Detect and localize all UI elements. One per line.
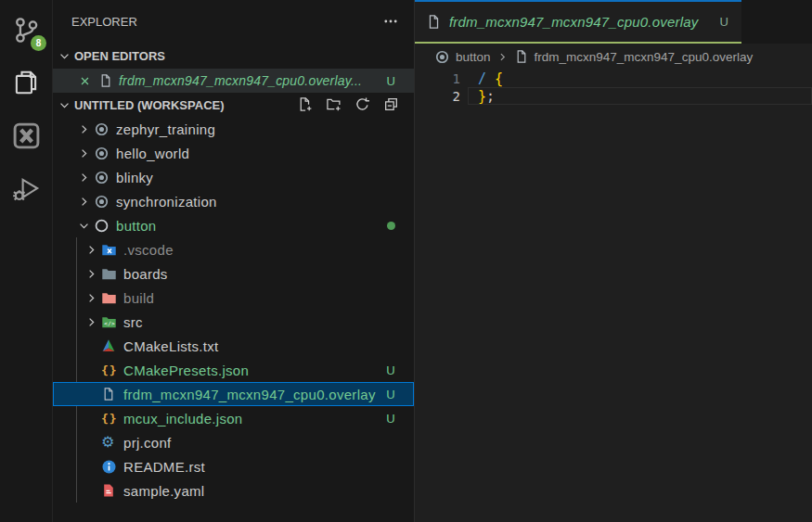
tree-item-label: synchronization xyxy=(116,194,217,210)
tree-item-label: frdm_mcxn947_mcxn947_cpu0.overlay xyxy=(123,387,376,402)
workspace-header[interactable]: UNTITLED (WORKSPACE) xyxy=(53,93,414,117)
tree-item-cmakelists-txt[interactable]: CMakeLists.txt xyxy=(53,334,414,358)
new-folder-icon[interactable] xyxy=(325,95,342,112)
root-folder-icon xyxy=(94,121,114,137)
chevron-down-icon[interactable] xyxy=(77,218,94,233)
root-folder-icon xyxy=(94,194,114,210)
chevron-right-icon[interactable] xyxy=(84,242,101,257)
chevron-right-icon[interactable] xyxy=(84,290,101,305)
file-tree: zephyr_traininghello_worldblinkysynchron… xyxy=(53,117,414,522)
yaml-icon xyxy=(101,483,122,499)
tree-item-cmakepresets-json[interactable]: {}CMakePresets.jsonU xyxy=(53,358,414,382)
tree-item-label: prj.conf xyxy=(123,435,172,451)
workspace-actions xyxy=(296,95,399,112)
tree-item-label: CMakePresets.json xyxy=(123,363,249,378)
twisty-spacer xyxy=(84,459,101,474)
chevron-right-icon[interactable] xyxy=(77,146,94,160)
cmake-icon xyxy=(101,338,122,354)
open-editors-label: OPEN EDITORS xyxy=(74,49,165,63)
tab-modified-badge: U xyxy=(720,15,728,29)
chevron-right-icon[interactable] xyxy=(77,121,94,136)
active-project-dot xyxy=(387,222,395,230)
collapse-all-icon[interactable] xyxy=(382,95,399,112)
root-folder-icon xyxy=(434,49,450,65)
chevron-right-icon[interactable] xyxy=(77,170,94,185)
file-icon xyxy=(101,387,122,402)
chevron-right-icon[interactable] xyxy=(84,266,101,281)
chevron-right-icon xyxy=(496,51,509,63)
tab-title: frdm_mcxn947_mcxn947_cpu0.overlay xyxy=(449,14,698,30)
tree-item-label: boards xyxy=(123,266,168,282)
chevron-right-icon[interactable] xyxy=(84,314,101,329)
twisty-spacer xyxy=(84,483,101,498)
tab-frdm-overlay[interactable]: frdm_mcxn947_mcxn947_cpu0.overlay U xyxy=(415,0,741,44)
json-icon: {} xyxy=(101,363,122,378)
tree-item-label: src xyxy=(123,314,143,330)
open-editors-header[interactable]: OPEN EDITORS xyxy=(53,43,414,69)
tree-item-zephyr-training[interactable]: zephyr_training xyxy=(53,117,414,141)
tree-item-label: hello_world xyxy=(116,146,189,161)
code-line-2[interactable]: 2}; xyxy=(415,87,812,105)
chevron-right-icon[interactable] xyxy=(77,194,94,209)
tree-item-mcux-include-json[interactable]: {}mcux_include.jsonU xyxy=(53,406,414,430)
tree-item-prj-conf[interactable]: ⚙prj.conf xyxy=(53,430,414,454)
tree-item-src[interactable]: </>src xyxy=(53,310,414,334)
breadcrumb-file[interactable]: frdm_mcxn947_mcxn947_cpu0.overlay xyxy=(535,50,754,64)
tree-item-label: sample.yaml xyxy=(123,483,205,499)
folder-vscode-icon xyxy=(101,242,122,258)
tree-item-button[interactable]: button xyxy=(53,213,414,237)
tree-item-label: zephyr_training xyxy=(116,121,215,137)
open-editor-item[interactable]: frdm_mcxn947_mcxn947_cpu0.overlay... U xyxy=(53,69,414,93)
editor-area: frdm_mcxn947_mcxn947_cpu0.overlay U butt… xyxy=(415,0,812,522)
git-status-badge: U xyxy=(386,363,395,377)
root-folder-icon xyxy=(94,170,114,185)
run-debug-button[interactable] xyxy=(9,173,43,207)
open-editor-label: frdm_mcxn947_mcxn947_cpu0.overlay... xyxy=(119,73,362,88)
tree-item-blinky[interactable]: blinky xyxy=(53,165,414,189)
tree-item-readme-rst[interactable]: README.rst xyxy=(53,454,414,478)
mcuxpresso-button[interactable] xyxy=(9,121,43,154)
close-icon[interactable] xyxy=(78,73,93,88)
tree-item-label: build xyxy=(123,290,154,306)
gear-icon: ⚙ xyxy=(101,435,122,451)
tree-item-label: .vscode xyxy=(123,242,174,258)
more-actions-icon[interactable] xyxy=(382,13,399,32)
tree-item-label: CMakeLists.txt xyxy=(123,338,219,354)
info-icon xyxy=(101,459,122,475)
tree-item-label: mcux_include.json xyxy=(123,411,243,427)
tree-item-boards[interactable]: boards xyxy=(53,261,414,286)
pages-button[interactable] xyxy=(9,68,43,101)
breadcrumb: button frdm_mcxn947_mcxn947_cpu0.overlay xyxy=(415,44,812,70)
tree-item-hello-world[interactable]: hello_world xyxy=(53,141,414,165)
tree-item-frdm-mcxn947-mcxn947-cpu0-overlay[interactable]: frdm_mcxn947_mcxn947_cpu0.overlayU xyxy=(53,382,414,406)
refresh-icon[interactable] xyxy=(354,95,370,112)
tree-item-vscode[interactable]: .vscode xyxy=(53,237,414,261)
code-editor[interactable]: 1/ {2}; xyxy=(415,70,812,522)
new-file-icon[interactable] xyxy=(296,95,313,112)
tree-item-label: button xyxy=(116,218,157,234)
run-debug-icon xyxy=(12,174,41,207)
sidebar-title: EXPLORER xyxy=(71,15,137,29)
pages-icon xyxy=(12,69,40,100)
root-folder-icon xyxy=(94,146,114,161)
file-icon xyxy=(426,14,443,30)
source-control-button[interactable]: 8 xyxy=(9,15,43,48)
chevron-down-icon xyxy=(57,97,71,112)
code-line-1[interactable]: 1/ { xyxy=(415,70,812,87)
line-number: 1 xyxy=(415,71,460,86)
tab-bar: frdm_mcxn947_mcxn947_cpu0.overlay U xyxy=(415,0,812,44)
file-icon xyxy=(98,73,117,88)
explorer-sidebar: EXPLORER OPEN EDITORS frdm_mcxn947_mcxn9… xyxy=(53,0,415,522)
activity-bar: 8 xyxy=(0,0,53,522)
tree-item-build[interactable]: build xyxy=(53,286,414,310)
vscode-window: 8 xyxy=(0,0,812,522)
tree-item-synchronization[interactable]: synchronization xyxy=(53,189,414,213)
sidebar-title-row: EXPLORER xyxy=(53,0,414,43)
code-text: }; xyxy=(478,88,495,105)
tree-item-label: blinky xyxy=(116,170,153,185)
twisty-spacer xyxy=(84,363,101,377)
git-status-badge: U xyxy=(387,74,395,88)
breadcrumb-folder[interactable]: button xyxy=(456,50,491,64)
tree-item-sample-yaml[interactable]: sample.yaml xyxy=(53,478,414,503)
workspace-label: UNTITLED (WORKSPACE) xyxy=(74,98,225,112)
